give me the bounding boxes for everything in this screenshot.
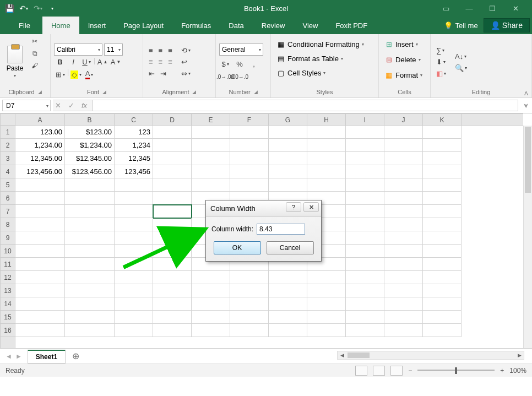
- cell[interactable]: [115, 324, 153, 337]
- borders-button[interactable]: ⊞▾: [54, 68, 66, 80]
- sheet-tab-active[interactable]: Sheet1: [28, 350, 66, 364]
- cell[interactable]: [15, 271, 65, 284]
- cell[interactable]: [423, 126, 462, 139]
- decrease-decimal-icon[interactable]: .00→.0: [234, 73, 246, 81]
- cell[interactable]: [230, 297, 269, 311]
- font-dialog-launcher-icon[interactable]: ◢: [102, 89, 106, 95]
- dialog-close-icon[interactable]: ✕: [303, 202, 319, 212]
- row-header[interactable]: 11: [1, 258, 15, 271]
- cell[interactable]: [153, 218, 192, 231]
- format-painter-icon[interactable]: 🖌: [30, 61, 40, 70]
- cell[interactable]: [346, 245, 384, 258]
- cell[interactable]: [346, 258, 384, 271]
- font-name-select[interactable]: Calibri▾: [54, 44, 102, 56]
- cell[interactable]: [230, 311, 269, 324]
- cell[interactable]: 1,234.00: [15, 139, 65, 152]
- cell[interactable]: [115, 192, 153, 205]
- cell[interactable]: [346, 192, 384, 205]
- percent-format-icon[interactable]: %: [234, 59, 246, 69]
- cell[interactable]: [384, 152, 423, 165]
- share-button[interactable]: 👤Share: [484, 18, 530, 32]
- column-header[interactable]: C: [115, 114, 153, 125]
- cell[interactable]: [384, 311, 423, 324]
- ok-button[interactable]: OK: [214, 241, 261, 254]
- paste-button[interactable]: Paste ▾: [3, 36, 26, 88]
- cell[interactable]: [192, 139, 230, 152]
- cell[interactable]: [384, 192, 423, 205]
- cell[interactable]: [384, 178, 423, 192]
- cell[interactable]: [65, 311, 115, 324]
- cell[interactable]: [346, 139, 384, 152]
- tab-view[interactable]: View: [294, 17, 327, 34]
- scroll-left-icon[interactable]: ◀: [338, 351, 346, 359]
- cell[interactable]: 123,456: [115, 165, 153, 178]
- cell[interactable]: [153, 139, 192, 152]
- cell[interactable]: [346, 152, 384, 165]
- cell[interactable]: [115, 297, 153, 311]
- row-header[interactable]: 6: [1, 192, 15, 205]
- cell[interactable]: [153, 231, 192, 245]
- cell[interactable]: [115, 205, 153, 218]
- decrease-indent-icon[interactable]: ⇤: [146, 68, 157, 79]
- cell[interactable]: [230, 165, 269, 178]
- cell[interactable]: [384, 284, 423, 297]
- clipboard-dialog-launcher-icon[interactable]: ◢: [38, 89, 42, 95]
- cell[interactable]: 12,345: [115, 152, 153, 165]
- horizontal-scrollbar[interactable]: ◀ ▶: [337, 351, 524, 360]
- qat-customize-icon[interactable]: ▾: [47, 3, 57, 13]
- cell[interactable]: [65, 297, 115, 311]
- wrap-text-button[interactable]: ↩: [179, 57, 193, 67]
- increase-font-icon[interactable]: A▲: [96, 57, 108, 67]
- sort-filter-button[interactable]: A↓▾: [453, 51, 469, 62]
- collapse-ribbon-icon[interactable]: ᐱ: [524, 90, 528, 96]
- cell[interactable]: [384, 258, 423, 271]
- cell[interactable]: [65, 245, 115, 258]
- conditional-formatting-button[interactable]: ▦Conditional Formatting▾: [274, 39, 375, 50]
- tab-data[interactable]: Data: [220, 17, 252, 34]
- find-select-button[interactable]: 🔍▾: [453, 63, 469, 73]
- number-dialog-launcher-icon[interactable]: ◢: [254, 89, 258, 95]
- cell[interactable]: [269, 271, 307, 284]
- cell[interactable]: [423, 271, 462, 284]
- column-header[interactable]: D: [153, 114, 192, 125]
- cell[interactable]: [307, 284, 346, 297]
- cell[interactable]: 12,345.00: [15, 152, 65, 165]
- zoom-slider[interactable]: [417, 370, 495, 371]
- zoom-in-icon[interactable]: +: [500, 367, 504, 375]
- enter-formula-icon[interactable]: ✓: [66, 100, 79, 111]
- cell[interactable]: [269, 152, 307, 165]
- align-left-icon[interactable]: ≡: [146, 57, 155, 67]
- zoom-level[interactable]: 100%: [509, 367, 526, 375]
- cell[interactable]: [269, 324, 307, 337]
- cell[interactable]: [65, 178, 115, 192]
- cell[interactable]: [423, 284, 462, 297]
- cell[interactable]: [15, 297, 65, 311]
- cell[interactable]: [346, 165, 384, 178]
- cell[interactable]: [15, 324, 65, 337]
- column-header[interactable]: A: [15, 114, 65, 125]
- column-header[interactable]: B: [65, 114, 115, 125]
- cell[interactable]: [65, 284, 115, 297]
- row-header[interactable]: 4: [1, 165, 15, 178]
- sheet-nav-next-icon[interactable]: ►: [15, 352, 22, 360]
- cell[interactable]: [346, 271, 384, 284]
- cell[interactable]: [153, 126, 192, 139]
- add-sheet-button[interactable]: ⊕: [66, 349, 86, 364]
- cell[interactable]: [65, 192, 115, 205]
- cell[interactable]: $12,345.00: [65, 152, 115, 165]
- cell[interactable]: [153, 271, 192, 284]
- cell[interactable]: [153, 178, 192, 192]
- column-header[interactable]: F: [230, 114, 269, 125]
- merge-center-button[interactable]: ⇔▾: [179, 68, 193, 79]
- tab-file[interactable]: File: [10, 17, 42, 34]
- tab-page-layout[interactable]: Page Layout: [115, 17, 172, 34]
- cell[interactable]: [65, 271, 115, 284]
- cell[interactable]: [307, 165, 346, 178]
- cell[interactable]: [269, 126, 307, 139]
- delete-cells-button[interactable]: ⊟Delete▾: [382, 54, 427, 65]
- cell[interactable]: 123: [115, 126, 153, 139]
- increase-decimal-icon[interactable]: .0→.00: [219, 73, 231, 81]
- cell[interactable]: [307, 297, 346, 311]
- cell[interactable]: [230, 284, 269, 297]
- font-size-select[interactable]: 11▾: [104, 44, 123, 56]
